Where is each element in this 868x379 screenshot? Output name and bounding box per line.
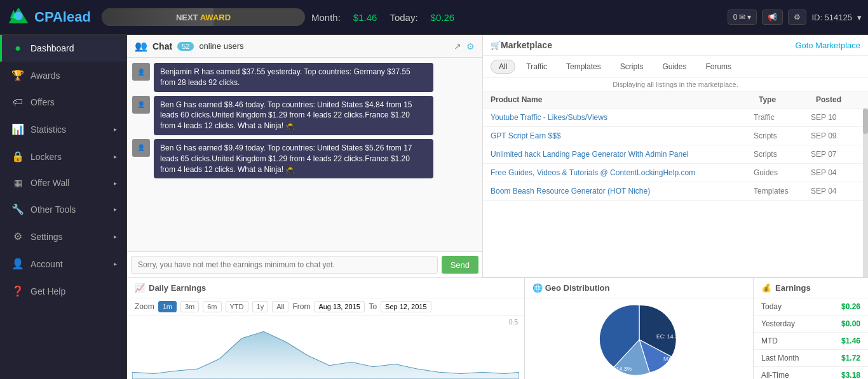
marketplace-list: Youtube Traffic - Likes/Subs/Views Traff…: [483, 109, 868, 277]
zoom-ytd[interactable]: YTD: [226, 301, 248, 312]
content-top: 👥 Chat 52 online users ↗ ⚙ 👤 Benjamin R …: [127, 35, 868, 277]
geo-label-mx: MX: 42.9%: [663, 356, 690, 362]
chevron-down-icon-user: ▾: [857, 13, 862, 22]
marketplace-section: 🛒 Marketplace Goto Marketplace All Traff…: [483, 35, 868, 277]
sidebar-item-awards[interactable]: 🏆 Awards: [0, 62, 126, 89]
mp-product-name-2: GPT Script Earn $$$: [491, 131, 754, 140]
zoom-label: Zoom: [135, 302, 154, 311]
chat-online-label: online users: [199, 41, 243, 51]
chart-icon: 📈: [135, 283, 145, 293]
chat-bubble-1: Benjamin R has earned $37.55 yesterday. …: [154, 63, 433, 92]
sidebar-label-other-tools: Other Tools: [31, 204, 76, 215]
marketplace-scrollbar[interactable]: [863, 109, 868, 277]
earnings-label-last-month: Last Month: [761, 354, 799, 362]
statistics-icon: 📊: [11, 123, 24, 135]
chat-send-button[interactable]: Send: [442, 256, 478, 274]
sidebar-item-get-help[interactable]: ❓ Get Help: [0, 277, 126, 305]
mp-product-name-4: Free Guides, Videos & Tutorials @ Conten…: [491, 168, 754, 177]
geo-label-ec: EC: 14.3%: [656, 333, 683, 340]
mp-tab-guides[interactable]: Guides: [654, 60, 695, 74]
notification-button[interactable]: 📢: [762, 10, 783, 25]
chevron-right-icon-2: ▸: [114, 153, 117, 160]
marketplace-tabs: All Traffic Templates Scripts Guides For…: [483, 56, 868, 78]
earnings-label-yesterday: Yesterday: [761, 319, 795, 328]
chat-messages: 👤 Benjamin R has earned $37.55 yesterday…: [127, 58, 482, 251]
sidebar-item-offer-wall[interactable]: ▦ Offer Wall ▸: [0, 170, 126, 196]
geo-label-do: DO: 14.3%: [604, 366, 632, 372]
mp-posted-3: SEP 07: [811, 150, 855, 159]
account-icon: 👤: [11, 258, 24, 270]
month-label: Month:: [311, 12, 341, 23]
sidebar-item-settings[interactable]: ⚙ Settings ▸: [0, 223, 126, 250]
logo-icon: [6, 5, 31, 29]
sidebar-item-other-tools[interactable]: 🔧 Other Tools ▸: [0, 196, 126, 223]
gear-icon: ⚙: [794, 13, 801, 22]
mp-row-1[interactable]: Youtube Traffic - Likes/Subs/Views Traff…: [483, 109, 863, 127]
mp-tab-scripts[interactable]: Scripts: [612, 60, 652, 74]
main-layout: ● Dashboard 🏆 Awards 🏷 Offers 📊 Statisti…: [0, 35, 868, 379]
marketplace-subtitle: Displaying all listings in the marketpla…: [483, 78, 868, 91]
offers-icon: 🏷: [11, 96, 24, 108]
earnings-row-yesterday: Yesterday $0.00: [754, 316, 868, 333]
zoom-1y[interactable]: 1y: [252, 301, 269, 312]
mp-product-name-1: Youtube Traffic - Likes/Subs/Views: [491, 113, 754, 122]
from-label: From: [292, 302, 310, 311]
mp-posted-4: SEP 04: [811, 168, 855, 177]
sidebar-label-dashboard: Dashboard: [31, 43, 74, 53]
mp-posted-1: SEP 10: [811, 113, 855, 122]
header-stats: Month: $1.46 Today: $0.26: [311, 12, 454, 23]
sidebar-item-offers[interactable]: 🏷 Offers: [0, 89, 126, 116]
chat-settings-icon[interactable]: ⚙: [466, 41, 475, 51]
mp-tab-all[interactable]: All: [491, 60, 515, 74]
chat-online-badge: 52: [177, 42, 194, 51]
sidebar-label-settings: Settings: [31, 232, 63, 242]
trophy-icon: 🏆: [11, 69, 24, 81]
chat-input[interactable]: [131, 256, 438, 274]
mp-posted-2: SEP 09: [811, 131, 855, 140]
globe-icon: 🌐: [532, 283, 543, 293]
zoom-3m[interactable]: 3m: [180, 301, 199, 312]
mail-button[interactable]: 0 ✉ ▾: [728, 10, 757, 25]
mp-tab-forums[interactable]: Forums: [697, 60, 740, 74]
zoom-all[interactable]: All: [272, 301, 288, 312]
mp-row-3[interactable]: Unlimited hack Landing Page Generator Wi…: [483, 145, 863, 164]
earnings-label-all-time: All-Time: [761, 371, 789, 379]
offer-wall-icon: ▦: [11, 178, 24, 188]
mp-product-name-3: Unlimited hack Landing Page Generator Wi…: [491, 150, 754, 159]
goto-marketplace-link[interactable]: Goto Marketplace: [795, 41, 860, 50]
earnings-title: Earnings: [775, 283, 811, 293]
mp-tab-templates[interactable]: Templates: [558, 60, 609, 74]
zoom-6m[interactable]: 6m: [203, 301, 221, 312]
chat-input-area: Send: [127, 251, 482, 277]
mp-tab-traffic[interactable]: Traffic: [518, 60, 555, 74]
earnings-row-all-time: All-Time $3.18: [754, 367, 868, 379]
sidebar-item-statistics[interactable]: 📊 Statistics ▸: [0, 116, 126, 143]
earnings-value-last-month: $1.72: [841, 354, 860, 362]
user-id: ID: 514125: [811, 13, 852, 22]
chat-avatar-3: 👤: [132, 139, 150, 157]
sidebar-item-lockers[interactable]: 🔒 Lockers ▸: [0, 143, 126, 170]
daily-earnings-title: Daily Earnings: [149, 283, 206, 293]
external-link-icon[interactable]: ↗: [454, 41, 461, 51]
chevron-right-icon-6: ▸: [114, 260, 117, 267]
col-posted: Posted: [816, 95, 860, 104]
mp-row-2[interactable]: GPT Script Earn $$$ Scripts SEP 09: [483, 127, 863, 145]
sidebar-item-dashboard[interactable]: ● Dashboard: [0, 35, 126, 62]
earnings-value-yesterday: $0.00: [841, 319, 860, 328]
chat-title: Chat: [153, 41, 172, 51]
today-value: $0.26: [431, 12, 455, 23]
to-date-input[interactable]: [381, 301, 431, 312]
earnings-panel: 💰 Earnings Today $0.26 Yesterday $0.00 M…: [754, 278, 868, 379]
settings-button[interactable]: ⚙: [788, 10, 806, 25]
mp-row-5[interactable]: Boom Beash Resource Generator (HOT Niche…: [483, 182, 863, 201]
from-date-input[interactable]: [314, 301, 365, 312]
mp-row-4[interactable]: Free Guides, Videos & Tutorials @ Conten…: [483, 164, 863, 182]
zoom-1m[interactable]: 1m: [158, 301, 177, 312]
header: CPAlead NEXT AWARD Month: $1.46 Today: $…: [0, 0, 868, 35]
chat-avatar-2: 👤: [132, 96, 150, 114]
chat-message-1: 👤 Benjamin R has earned $37.55 yesterday…: [132, 63, 477, 92]
mp-posted-5: SEP 04: [811, 187, 855, 196]
speaker-icon: 📢: [768, 13, 777, 22]
sidebar-item-account[interactable]: 👤 Account ▸: [0, 250, 126, 277]
chevron-down-icon: ▾: [747, 13, 751, 22]
